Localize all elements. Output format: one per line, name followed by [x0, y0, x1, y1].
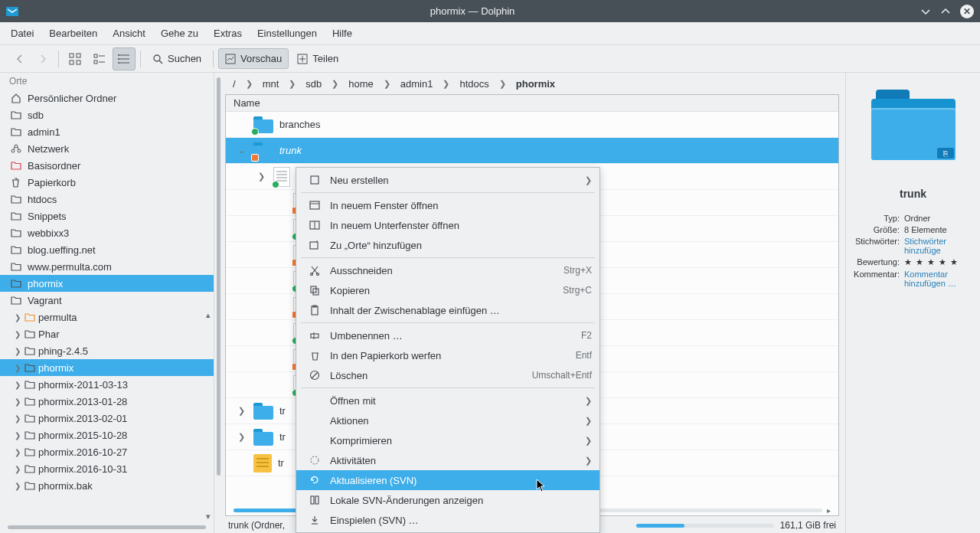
menu-view[interactable]: Ansicht [113, 28, 145, 39]
preview-button[interactable]: Vorschau [218, 48, 289, 69]
info-rating-stars[interactable]: ★ ★ ★ ★ ★ [904, 257, 974, 267]
splitter[interactable] [214, 73, 222, 533]
context-menu-item[interactable]: Aktionen❯ [296, 410, 599, 430]
tree-item[interactable]: ❯phormix.2016-10-31 [0, 460, 214, 477]
tree-item[interactable]: ❯phormix [0, 359, 214, 376]
context-menu-item[interactable]: LöschenUmschalt+Entf [296, 365, 599, 385]
maximize-button[interactable] [940, 6, 951, 17]
breadcrumb-segment[interactable]: mnt [256, 77, 286, 91]
chevron-right-icon: ❯ [14, 482, 21, 490]
column-header-name[interactable]: Name [226, 95, 838, 112]
breadcrumb-segment[interactable]: sdb [299, 77, 328, 91]
place-item[interactable]: sdb [0, 106, 214, 123]
document-icon [273, 167, 290, 187]
tree-item[interactable]: ❯phormix.2016-10-27 [0, 443, 214, 460]
menu-file[interactable]: Datei [11, 28, 34, 39]
tree-item[interactable]: ❯phormix.2013-01-28 [0, 393, 214, 410]
chevron-right-icon[interactable]: ❯ [238, 406, 247, 416]
context-menu-item[interactable]: Komprimieren❯ [296, 430, 599, 450]
tree-item[interactable]: ❯phing-2.4.5 [0, 342, 214, 359]
search-button[interactable]: Suchen [145, 48, 208, 69]
svg-rect-24 [311, 176, 318, 184]
chevron-right-icon[interactable]: ❯ [238, 432, 247, 442]
info-tags-link[interactable]: Stichwörter hinzufüge [904, 237, 974, 255]
place-item[interactable]: Netzwerk [0, 140, 214, 157]
context-menu-item[interactable]: Umbenennen …F2 [296, 325, 599, 345]
tree-item[interactable]: ❯phormix.bak [0, 477, 214, 494]
chevron-right-icon: ❯ [14, 397, 21, 406]
menu-edit[interactable]: Bearbeiten [49, 28, 97, 39]
sidebar-resize-handle[interactable] [8, 525, 206, 529]
view-compact-button[interactable] [88, 47, 111, 70]
menu-help[interactable]: Hilfe [332, 28, 352, 39]
context-menu-item[interactable]: Einspielen (SVN) … [296, 510, 599, 530]
view-icons-button[interactable] [64, 47, 87, 70]
context-menu-item[interactable]: Inhalt der Zwischenablage einfügen … [296, 300, 599, 320]
context-menu-label: Einspielen (SVN) … [330, 515, 592, 526]
chevron-right-icon: ❯ [244, 79, 254, 89]
breadcrumb-segment[interactable]: home [342, 77, 380, 91]
tree-item-label: phing-2.4.5 [38, 345, 88, 357]
place-item[interactable]: Snippets [0, 208, 214, 224]
place-item[interactable]: htdocs [0, 191, 214, 208]
context-menu-item[interactable]: Neu erstellen❯ [296, 170, 599, 190]
file-row[interactable]: ⌄trunk [226, 138, 838, 164]
back-button[interactable] [9, 49, 31, 69]
context-menu-item[interactable]: In neuem Fenster öffnen [296, 195, 599, 215]
separator [301, 257, 595, 258]
breadcrumb-segment[interactable]: htdocs [453, 77, 495, 91]
chevron-right-icon: ❯ [287, 79, 297, 89]
svg-point-14 [118, 62, 119, 64]
forward-button[interactable] [32, 49, 54, 69]
panel-icon [309, 220, 321, 231]
context-menu-label: Aktivitäten [330, 455, 576, 466]
tree-item[interactable]: ❯permulta [0, 309, 214, 325]
context-menu-item[interactable]: Aktualisieren (SVN) [296, 470, 599, 490]
context-menu-item[interactable]: Öffnen mit❯ [296, 391, 599, 410]
close-button[interactable]: ✕ [960, 5, 974, 18]
context-menu-item[interactable]: In neuem Unterfenster öffnen [296, 215, 599, 235]
place-item[interactable]: admin1 [0, 123, 214, 140]
place-item[interactable]: www.permulta.com [0, 258, 214, 275]
tree-item[interactable]: ❯phormix.2013-02-01 [0, 410, 214, 427]
separator [301, 387, 595, 388]
place-item[interactable]: Papierkorb [0, 174, 214, 191]
context-menu-item[interactable]: Zu „Orte“ hinzufügen [296, 235, 599, 255]
context-menu-item[interactable]: Lokale SVN-Änderungen anzeigen [296, 490, 599, 510]
context-menu-item[interactable]: KopierenStrg+C [296, 280, 599, 300]
place-item[interactable]: phormix [0, 275, 214, 292]
fileview-scrollbar[interactable] [217, 77, 220, 476]
svg-rect-29 [310, 242, 318, 249]
place-item[interactable]: blog.ueffing.net [0, 241, 214, 258]
breadcrumb-segment[interactable]: phormix [510, 77, 561, 91]
file-row[interactable]: branches [226, 112, 838, 138]
place-item[interactable]: webbixx3 [0, 224, 214, 241]
place-item[interactable]: Basisordner [0, 157, 214, 174]
chevron-down-icon[interactable]: ⌄ [238, 146, 247, 155]
tree-scroll-up[interactable]: ▴ [206, 310, 211, 320]
place-item[interactable]: Persönlicher Ordner [0, 90, 214, 106]
tree-item[interactable]: ❯phormix-2011-03-13 [0, 376, 214, 393]
breadcrumb-segment[interactable]: admin1 [394, 77, 439, 91]
menu-extras[interactable]: Extras [214, 28, 242, 39]
tree-item[interactable]: ❯phormix.2015-10-28 [0, 427, 214, 443]
info-comment-link[interactable]: Kommentar hinzufügen … [904, 270, 974, 288]
chevron-right-icon: ❯ [585, 175, 592, 185]
menu-settings[interactable]: Einstellungen [257, 28, 317, 39]
context-menu-item[interactable]: In den Papierkorb werfenEntf [296, 345, 599, 365]
view-details-button[interactable] [113, 47, 136, 70]
tree-item[interactable]: ❯Phar [0, 325, 214, 342]
context-menu-label: Löschen [330, 370, 523, 381]
folder-icon [11, 279, 21, 288]
tree-scroll-down[interactable]: ▾ [206, 512, 211, 522]
chevron-right-icon[interactable]: ❯ [258, 172, 267, 181]
context-menu-item[interactable]: Aktivitäten❯ [296, 450, 599, 470]
context-menu-item[interactable]: AusschneidenStrg+X [296, 260, 599, 280]
place-item[interactable]: Vagrant [0, 292, 214, 309]
share-button[interactable]: Teilen [290, 48, 345, 69]
breadcrumb-segment[interactable]: / [227, 77, 242, 91]
place-label: admin1 [28, 126, 60, 138]
minimize-button[interactable] [920, 6, 931, 17]
svg-point-41 [311, 456, 318, 464]
menu-goto[interactable]: Gehe zu [161, 28, 198, 39]
